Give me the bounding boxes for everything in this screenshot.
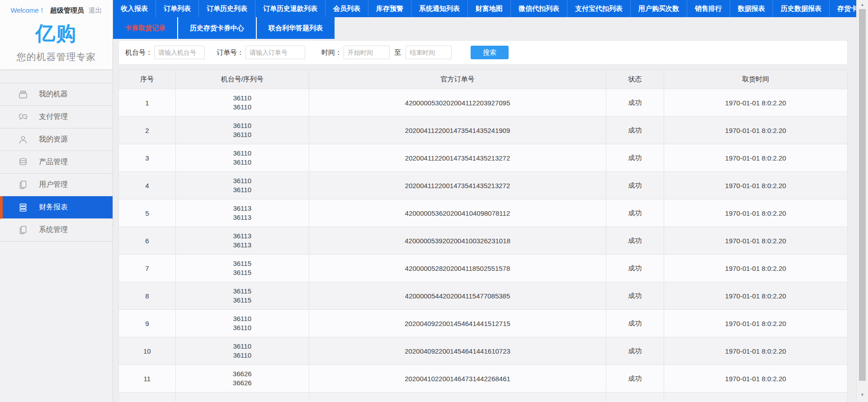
cell-status: 成功	[606, 282, 664, 310]
cell-pickup-time: 1970-01-01 8:0:2.20	[664, 89, 847, 117]
top-nav-tab[interactable]: 系统通知列表	[411, 0, 468, 17]
table-row: 1136626366262020041022001464731442268461…	[119, 365, 848, 393]
cell-status: 成功	[606, 310, 664, 337]
to-label: 至	[394, 48, 401, 57]
serial-no: 36110	[176, 323, 309, 332]
top-nav-tab[interactable]: 订单历史列表	[199, 0, 255, 17]
sub-nav-tab[interactable]: 历史存货卡券中心	[178, 17, 257, 39]
machine-no-input[interactable]	[154, 46, 205, 59]
sidebar-item-label: 系统管理	[39, 225, 68, 235]
top-nav-tab[interactable]: 用户购买次数	[631, 0, 687, 17]
end-time-input[interactable]	[406, 46, 452, 59]
time-label: 时间：	[321, 48, 342, 57]
cell-index: 7	[119, 255, 176, 282]
document-icon	[17, 179, 29, 191]
table-row: 636113361134200000539202004100326231018成…	[119, 227, 848, 255]
sidebar-item-label: 产品管理	[39, 157, 68, 167]
cell-status: 成功	[606, 172, 664, 199]
username: 超级管理员	[50, 6, 84, 15]
cell-pickup-time: 1970-01-01 8:0:2.20	[664, 255, 847, 282]
table-header-row: 序号 机台号/序列号 官方订单号 状态 取货时间	[119, 70, 848, 89]
top-nav-tab[interactable]: 销售排行	[687, 0, 730, 17]
top-nav-tab[interactable]: 订单历史退款列表	[255, 0, 326, 17]
sidebar-item-finance[interactable]: 财务报表	[0, 196, 113, 219]
cell-index: 8	[119, 282, 176, 310]
cell-status: 成功	[606, 199, 664, 227]
main-area: 收入报表订单列表订单历史列表订单历史退款列表会员列表库存预警系统通知列表财富地图…	[113, 0, 856, 402]
serial-no: 36115	[176, 268, 309, 277]
sidebar-item-users[interactable]: 用户管理	[0, 174, 113, 196]
cell-machine-serial: 3662636626	[175, 365, 309, 393]
top-nav-tab[interactable]: 数据报表	[730, 0, 773, 17]
cell-index: 2	[119, 117, 176, 144]
cell-pickup-time: 1970-01-01 8:0:2.20	[664, 117, 847, 144]
database-icon	[17, 156, 29, 168]
cell-machine-serial: 3611536115	[175, 255, 309, 282]
cell-index: 10	[119, 337, 176, 365]
top-nav-tab[interactable]: 历史数据报表	[773, 0, 830, 17]
cell-order-no: 2020041122001473541435241909	[309, 117, 606, 144]
cell-index: 3	[119, 144, 176, 172]
cell-index: 6	[119, 227, 176, 255]
top-nav-tab[interactable]: 收入报表	[113, 0, 156, 17]
sidebar: Welcome！ 超级管理员 退出 亿购 您的机器管理专家 我的机器支付管理我的…	[0, 0, 113, 402]
order-no-input[interactable]	[245, 46, 305, 59]
cell-order-no: 4200000539202004100326231018	[309, 227, 606, 255]
machine-no: 36110	[176, 94, 309, 103]
logout-link[interactable]: 退出	[89, 6, 102, 15]
report-icon	[17, 202, 29, 213]
sidebar-item-resources[interactable]: 我的资源	[0, 128, 113, 151]
search-panel: 机台号： 订单号： 时间： 至 搜索	[118, 40, 848, 65]
cell-order-no: 2020041022001464731442268461	[309, 365, 606, 393]
top-nav-tab[interactable]: 存货卡券中心	[830, 0, 856, 17]
table-row: 736115361154200000528202004118502551578成…	[119, 255, 848, 282]
cell-pickup-time: 1970-01-01 8:0:2.20	[664, 199, 847, 227]
top-nav-tab[interactable]: 支付宝代扣列表	[567, 0, 631, 17]
table-row: 836115361154200000544202004115477085385成…	[119, 282, 848, 310]
sub-nav-tab[interactable]: 卡券取货记录	[113, 17, 178, 39]
top-nav-tab[interactable]: 财富地图	[468, 0, 511, 17]
cell-machine-serial: 3611036110	[175, 310, 309, 337]
sidebar-item-system[interactable]: 系统管理	[0, 219, 113, 241]
top-nav-tab[interactable]: 订单列表	[156, 0, 199, 17]
vertical-scrollbar[interactable]: ▲ ▼	[856, 0, 868, 402]
cell-order-no: 2020041122001473541435213272	[309, 172, 606, 199]
scroll-down-arrow-icon[interactable]: ▼	[857, 391, 868, 398]
scrollbar-thumb[interactable]	[859, 9, 866, 381]
records-table: 序号 机台号/序列号 官方订单号 状态 取货时间 136110361104200…	[118, 70, 848, 402]
machine-no: 36113	[176, 204, 309, 213]
machine-no: 36110	[176, 149, 309, 158]
cell-index: 1	[119, 89, 176, 117]
sidebar-item-machines[interactable]: 我的机器	[0, 83, 113, 106]
machine-no: 36110	[176, 121, 309, 130]
search-button[interactable]: 搜索	[471, 46, 509, 59]
table-row: 436110361102020041122001473541435213272成…	[119, 172, 848, 199]
top-nav: 收入报表订单列表订单历史列表订单历史退款列表会员列表库存预警系统通知列表财富地图…	[113, 0, 856, 17]
scroll-up-arrow-icon[interactable]: ▲	[857, 1, 868, 8]
cell-status: 成功	[606, 117, 664, 144]
top-nav-tab[interactable]: 会员列表	[326, 0, 368, 17]
sub-nav-tab[interactable]: 联合利华答题列表	[257, 17, 335, 39]
machine-icon	[17, 89, 29, 100]
sidebar-item-payment[interactable]: 支付管理	[0, 106, 113, 128]
table-row-partial	[119, 393, 848, 402]
machine-no: 36626	[176, 369, 309, 378]
start-time-input[interactable]	[344, 46, 390, 59]
top-nav-tab[interactable]: 库存预警	[368, 0, 411, 17]
sidebar-item-label: 财务报表	[39, 203, 68, 212]
serial-no: 36113	[176, 213, 309, 222]
cell-index: 11	[119, 365, 176, 393]
cell-status: 成功	[606, 144, 664, 172]
col-header-machine: 机台号/序列号	[175, 70, 309, 89]
cell-status: 成功	[606, 255, 664, 282]
top-nav-tab[interactable]: 微信代扣列表	[511, 0, 567, 17]
cell-pickup-time: 1970-01-01 8:0:2.20	[664, 172, 847, 199]
welcome-row: Welcome！ 超级管理员 退出	[0, 6, 113, 15]
machine-no: 36115	[176, 287, 309, 296]
cell-machine-serial: 3611336113	[175, 199, 309, 227]
table-row: 536113361134200000536202004104098078112成…	[119, 199, 848, 227]
cell-pickup-time: 1970-01-01 8:0:2.20	[664, 337, 847, 365]
app-root: Welcome！ 超级管理员 退出 亿购 您的机器管理专家 我的机器支付管理我的…	[0, 0, 868, 402]
cell-machine-serial: 3611036110	[175, 337, 309, 365]
sidebar-item-products[interactable]: 产品管理	[0, 151, 113, 174]
